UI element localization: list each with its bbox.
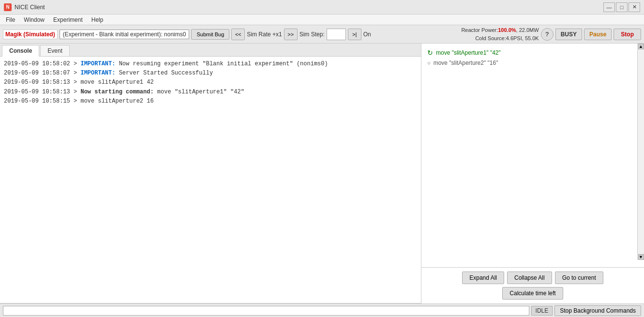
scroll-down-arrow[interactable]: ▼ <box>638 254 644 260</box>
main-content: Console Event 2019-05-09 10:58:02 > IMPO… <box>0 44 644 303</box>
right-scrollbar[interactable]: ▲ ▼ <box>637 44 644 260</box>
submit-bug-button[interactable]: Submit Bug <box>191 29 229 40</box>
menu-experiment[interactable]: Experiment <box>49 15 87 24</box>
right-panel-buttons-row1: Expand All Collapse All Go to current <box>462 272 603 284</box>
reactor-power-label: Reactor Power: <box>461 27 498 33</box>
goto-current-button[interactable]: Go to current <box>555 272 603 284</box>
console-line-2: 2019-05-09 10:58:07 > IMPORTANT: Server … <box>4 69 417 78</box>
console-line-5: 2019-05-09 10:58:15 > move slitAperture2… <box>4 97 417 106</box>
title-bar-controls: — □ ✕ <box>603 2 640 12</box>
right-panel: ↻ move "slitAperture1" "42" ○ move "slit… <box>421 44 644 303</box>
sim-step-input[interactable] <box>327 29 346 40</box>
console-output: 2019-05-09 10:58:02 > IMPORTANT: Now res… <box>0 57 421 303</box>
console-line-4: 2019-05-09 10:58:13 > Now starting comma… <box>4 88 417 97</box>
stop-background-commands-button[interactable]: Stop Background Commands <box>554 305 641 316</box>
close-button[interactable]: ✕ <box>629 2 640 12</box>
nav-back-button[interactable]: << <box>231 29 245 40</box>
command-text-2: move "slitAperture2" "16" <box>434 60 498 66</box>
title-bar-title: NICE Client <box>15 4 45 11</box>
sim-step-nav-button[interactable]: >| <box>348 29 361 40</box>
reactor-power-value: 100.0% <box>498 27 516 33</box>
sim-rate-label: Sim Rate +x1 <box>247 31 282 38</box>
help-button[interactable]: ? <box>541 28 554 41</box>
tab-event[interactable]: Event <box>40 45 70 56</box>
pause-button[interactable]: Pause <box>584 29 612 40</box>
menu-help[interactable]: Help <box>88 15 107 24</box>
command-item-1: ↻ move "slitAperture1" "42" <box>425 47 640 58</box>
cold-source-value: 4.6PSI <box>506 35 522 41</box>
scroll-up-arrow[interactable]: ▲ <box>638 44 644 49</box>
cold-source-unit: , 55.0K <box>522 35 539 41</box>
cold-source-label: Cold Source: <box>475 35 506 41</box>
running-icon: ↻ <box>427 49 433 57</box>
calc-time-left-button[interactable]: Calculate time left <box>502 287 563 300</box>
tab-bar: Console Event <box>0 44 421 57</box>
collapse-all-button[interactable]: Collapse All <box>507 272 552 284</box>
status-bar: IDLE Stop Background Commands <box>0 303 644 317</box>
menu-bar: File Window Experiment Help <box>0 15 644 25</box>
menu-window[interactable]: Window <box>20 15 48 24</box>
left-panel: Console Event 2019-05-09 10:58:02 > IMPO… <box>0 44 421 303</box>
menu-file[interactable]: File <box>2 15 19 24</box>
console-line-3: 2019-05-09 10:58:13 > move slitAperture1… <box>4 78 417 87</box>
title-bar-left: N NICE Client <box>4 3 45 11</box>
maximize-button[interactable]: □ <box>616 2 628 12</box>
reactor-info: Reactor Power:100.0%, 22.0MW Cold Source… <box>461 26 539 42</box>
app-icon: N <box>4 3 12 11</box>
command-text-1: move "slitAperture1" "42" <box>436 49 501 56</box>
right-panel-buttons: Expand All Collapse All Go to current Ca… <box>421 267 644 303</box>
minimize-button[interactable]: — <box>603 2 615 12</box>
experiment-label: (Experiment - Blank initial experiment):… <box>60 30 190 39</box>
expand-all-button[interactable]: Expand All <box>462 272 504 284</box>
title-bar: N NICE Client — □ ✕ <box>0 0 644 15</box>
command-item-2: ○ move "slitAperture2" "16" <box>425 58 640 68</box>
magik-label: Magik (Simulated) <box>3 30 58 39</box>
sim-step-label: Sim Step: <box>300 31 325 38</box>
reactor-power-unit: , 22.0MW <box>516 27 539 33</box>
status-input[interactable] <box>3 306 529 316</box>
idle-badge: IDLE <box>531 306 553 316</box>
busy-badge: BUSY <box>555 29 582 40</box>
console-line-1: 2019-05-09 10:58:02 > IMPORTANT: Now res… <box>4 60 417 69</box>
right-panel-scroll[interactable]: ↻ move "slitAperture1" "42" ○ move "slit… <box>421 44 644 267</box>
on-label: On <box>363 31 371 38</box>
toolbar: Magik (Simulated) (Experiment - Blank in… <box>0 25 644 44</box>
tab-console[interactable]: Console <box>2 45 39 57</box>
nav-fwd-button[interactable]: >> <box>284 29 298 40</box>
pending-icon: ○ <box>427 60 431 66</box>
stop-button[interactable]: Stop <box>614 29 641 40</box>
